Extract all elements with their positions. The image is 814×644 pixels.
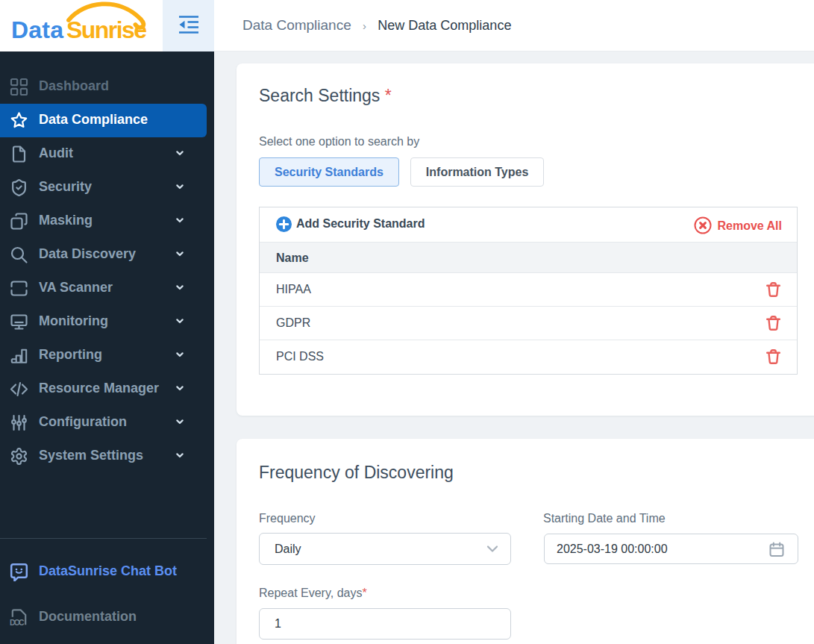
svg-text:Sunrise: Sunrise (66, 16, 147, 43)
svg-text:DOC: DOC (10, 618, 25, 627)
svg-text:Data: Data (11, 16, 63, 43)
